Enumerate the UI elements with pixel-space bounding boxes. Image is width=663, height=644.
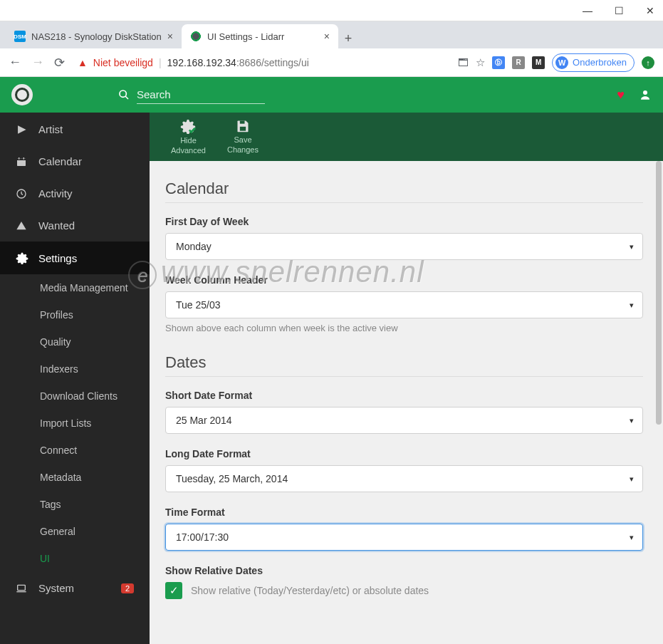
sidebar-sub-indexers[interactable]: Indexers: [0, 355, 150, 383]
donate-heart-icon[interactable]: ♥: [617, 88, 625, 103]
save-changes-button[interactable]: SaveChanges: [227, 119, 259, 154]
calendar-icon: [16, 156, 28, 167]
profile-chip[interactable]: W Onderbroken: [552, 53, 635, 72]
app-header: ♥: [0, 77, 663, 113]
clock-icon: [16, 188, 28, 199]
sidebar-sub-connect[interactable]: Connect: [0, 437, 150, 464]
url-host: 192.168.192.34: [167, 57, 236, 68]
search-wrap: [118, 85, 265, 104]
time-format-select[interactable]: 17:00/17:30: [165, 524, 643, 551]
sidebar-sub-media-management[interactable]: Media Management: [0, 274, 150, 301]
sync-up-icon[interactable]: ↑: [642, 56, 654, 69]
week-header-help: Shown above each column when week is the…: [165, 323, 643, 333]
field-week-header: Week Column Header Tue 25/03 Shown above…: [165, 274, 643, 333]
url-port: :8686: [236, 57, 261, 68]
sidebar: ▶ Artist Calendar Activity Wanted Sett: [0, 113, 150, 644]
extension-r-icon[interactable]: R: [512, 56, 525, 69]
long-date-select[interactable]: Tuesday, 25 March, 2014: [165, 465, 643, 492]
tool-label: HideAdvanced: [171, 136, 206, 155]
sidebar-sub-download-clients[interactable]: Download Clients: [0, 383, 150, 410]
sidebar-item-system[interactable]: System 2: [0, 572, 150, 604]
svg-rect-9: [18, 585, 26, 590]
sidebar-item-wanted[interactable]: Wanted: [0, 209, 150, 242]
tab-lidarr[interactable]: UI Settings - Lidarr ×: [182, 24, 338, 48]
scrollbar-thumb[interactable]: [656, 161, 662, 425]
sidebar-label: Artist: [38, 123, 63, 135]
tab-title: UI Settings - Lidarr: [207, 31, 284, 42]
sidebar-sub-ui[interactable]: UI: [0, 545, 150, 572]
lidarr-logo-icon[interactable]: [11, 84, 33, 105]
profile-avatar-icon: W: [555, 56, 568, 69]
lidarr-favicon-icon: [190, 31, 202, 42]
close-window-button[interactable]: ✕: [643, 5, 657, 16]
tab-synology[interactable]: DSM NAS218 - Synology DiskStation ×: [6, 24, 182, 48]
search-input[interactable]: [137, 85, 265, 104]
search-icon: [118, 89, 130, 100]
gear-check-icon: [180, 118, 196, 134]
svg-line-1: [125, 96, 128, 99]
user-menu-icon[interactable]: [639, 88, 652, 101]
browser-tab-strip: DSM NAS218 - Synology DiskStation × UI S…: [0, 21, 663, 48]
sidebar-sub-quality[interactable]: Quality: [0, 328, 150, 355]
laptop-icon: [16, 583, 28, 594]
sidebar-sub-profiles[interactable]: Profiles: [0, 301, 150, 328]
play-icon: ▶: [16, 123, 28, 135]
relative-dates-label: Show Relative Dates: [165, 565, 643, 576]
field-short-date: Short Date Format 25 Mar 2014: [165, 390, 643, 434]
sidebar-item-activity[interactable]: Activity: [0, 177, 150, 209]
address-bar-actions: 🗔 ☆ ⓑ R M W Onderbroken ↑: [458, 53, 654, 72]
system-badge: 2: [121, 583, 134, 593]
content-area: HideAdvanced SaveChanges Calendar First …: [150, 113, 663, 644]
sidebar-item-calendar[interactable]: Calendar: [0, 145, 150, 177]
svg-point-2: [643, 90, 647, 95]
tab-title: NAS218 - Synology DiskStation: [31, 31, 162, 42]
back-button[interactable]: ←: [9, 55, 21, 70]
sidebar-label: Activity: [38, 187, 73, 199]
tool-label: SaveChanges: [227, 135, 259, 154]
forward-button[interactable]: →: [31, 55, 44, 70]
field-first-day: First Day of Week Monday: [165, 216, 643, 260]
relative-dates-help: Show relative (Today/Yesterday/etc) or a…: [191, 585, 429, 596]
settings-scroll[interactable]: Calendar First Day of Week Monday Week C…: [150, 161, 663, 644]
minimize-button[interactable]: —: [580, 5, 595, 16]
window-controls: — ☐ ✕: [0, 0, 663, 21]
url-separator: |: [159, 57, 162, 68]
address-bar: ← → ⟳ ▲ Niet beveiligd | 192.168.192.34:…: [0, 48, 663, 77]
svg-rect-4: [17, 158, 26, 160]
warning-icon: [16, 220, 28, 232]
new-tab-button[interactable]: +: [338, 28, 358, 48]
reload-button[interactable]: ⟳: [54, 55, 65, 71]
maximize-button[interactable]: ☐: [612, 5, 626, 16]
settings-toolbar: HideAdvanced SaveChanges: [150, 113, 663, 161]
first-day-select[interactable]: Monday: [165, 233, 643, 260]
sidebar-label: Calendar: [38, 155, 82, 167]
insecure-warning-icon: ▲: [78, 57, 88, 68]
relative-dates-checkbox[interactable]: ✓: [165, 582, 182, 599]
translate-icon[interactable]: 🗔: [458, 56, 469, 68]
field-relative-dates: Show Relative Dates ✓ Show relative (Tod…: [165, 565, 643, 599]
bookmark-star-icon[interactable]: ☆: [476, 56, 485, 69]
sidebar-sub-general[interactable]: General: [0, 518, 150, 545]
short-date-select[interactable]: 25 Mar 2014: [165, 407, 643, 434]
section-calendar-title: Calendar: [165, 180, 643, 203]
short-date-label: Short Date Format: [165, 390, 643, 401]
close-tab-icon[interactable]: ×: [167, 31, 173, 42]
extension-m-icon[interactable]: M: [532, 56, 545, 69]
time-format-label: Time Format: [165, 507, 643, 518]
sidebar-item-settings[interactable]: Settings: [0, 242, 150, 274]
sidebar-sub-import-lists[interactable]: Import Lists: [0, 410, 150, 437]
save-icon: [236, 119, 250, 133]
sidebar-sub-tags[interactable]: Tags: [0, 491, 150, 518]
url-field[interactable]: ▲ Niet beveiligd | 192.168.192.34:8686/s…: [75, 57, 448, 68]
sidebar-item-artist[interactable]: ▶ Artist: [0, 113, 150, 145]
extension-b-icon[interactable]: ⓑ: [492, 56, 505, 69]
sidebar-sub-metadata[interactable]: Metadata: [0, 464, 150, 491]
close-tab-icon[interactable]: ×: [324, 31, 330, 42]
field-long-date: Long Date Format Tuesday, 25 March, 2014: [165, 448, 643, 492]
week-header-select[interactable]: Tue 25/03: [165, 291, 643, 318]
hide-advanced-button[interactable]: HideAdvanced: [171, 118, 206, 155]
long-date-label: Long Date Format: [165, 448, 643, 459]
first-day-label: First Day of Week: [165, 216, 643, 227]
url-path: /settings/ui: [261, 57, 309, 68]
sidebar-label: System: [38, 582, 74, 594]
